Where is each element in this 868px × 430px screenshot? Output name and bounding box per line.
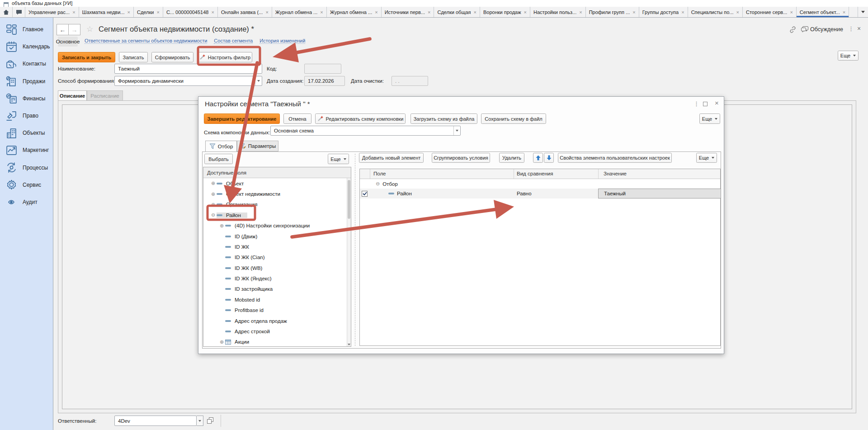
select-field-button[interactable]: Выбрать [204,154,233,164]
discussion-label[interactable]: Обсуждение [810,26,843,33]
responsible-input[interactable]: 4Dev [114,416,197,426]
tab-close-icon[interactable]: × [524,9,527,15]
app-tab[interactable]: Источники перв...× [382,7,434,17]
favorite-star-icon[interactable]: ☆ [86,24,93,34]
cancel-button[interactable]: Отмена [283,113,311,124]
tree-item[interactable]: ⊕Объект [203,178,347,189]
add-element-button[interactable]: Добавить новый элемент [359,153,424,163]
sidebar-item-servis[interactable]: Сервис [0,176,53,194]
sidebar-item-obekty[interactable]: Объекты [0,124,53,142]
tab-close-icon[interactable]: × [736,9,739,15]
code-input[interactable] [304,64,341,74]
close-form-icon[interactable]: × [857,25,861,32]
method-combobox[interactable]: Формировать динамически [114,76,262,86]
tab-close-icon[interactable]: × [579,9,582,15]
tree-item[interactable]: Адрес строкой [203,326,347,336]
back-button[interactable]: ← [57,24,69,35]
move-down-button[interactable] [544,153,554,163]
tree-item[interactable]: Profitbase id [203,305,347,316]
combo-dropdown-icon[interactable] [255,76,262,85]
app-tab[interactable]: Сделки общая× [434,7,480,17]
tree-item[interactable]: ID застройщика [203,284,347,294]
tree-scrollbar-thumb[interactable] [348,180,350,219]
condition-checkbox[interactable] [362,191,368,197]
expand-icon[interactable]: ⊕ [210,180,217,186]
condition-value-cell[interactable]: Таежный [598,189,721,198]
save-schema-button[interactable]: Сохранить схему в файл [481,113,546,124]
app-tab[interactable]: Шахматка недви...× [79,7,134,17]
collapse-icon[interactable]: ⊖ [376,181,380,187]
tab-parameters[interactable]: Параметры [237,141,278,151]
responsible-dropdown-icon[interactable] [197,416,203,426]
save-button[interactable]: Записать [119,52,148,62]
setup-filter-button[interactable]: Настроить фильтр [198,52,252,62]
app-tab[interactable]: Журнал обмена ...× [272,7,327,17]
tab-close-icon[interactable]: × [843,9,845,15]
tree-item[interactable]: ⊕(4D) Настройки синхронизации [203,221,347,231]
app-tab[interactable]: Сторонние серв...× [743,7,797,17]
load-schema-button[interactable]: Загрузить схему из файла [410,113,477,124]
sidebar-item-kalendar[interactable]: Календарь [0,38,53,55]
tree-item[interactable]: ⊕Объект недвижимости [203,189,347,199]
generate-button[interactable]: Сформировать [151,52,193,62]
tab-filter[interactable]: Отбор [205,141,237,151]
tab-close-icon[interactable]: × [211,9,214,15]
dialog-menu-icon[interactable]: ⋮ [693,100,699,107]
discussions-tab[interactable] [13,7,25,17]
sidebar-item-marketing[interactable]: Маркетинг [0,142,53,159]
tab-link-composition[interactable]: Состав сегмента [214,38,253,44]
tab-close-icon[interactable]: × [375,9,377,15]
tree-item[interactable]: ID ЖК (Яндекс) [203,273,347,284]
schema-combobox[interactable]: Основная схема [270,126,461,136]
tab-close-icon[interactable]: × [127,9,130,15]
collapse-icon[interactable]: ⊖ [210,212,217,218]
tree-scrollbar[interactable] [347,178,351,346]
expand-icon[interactable]: ⊕ [210,202,217,208]
link-icon[interactable] [789,26,797,35]
tab-close-icon[interactable]: × [632,9,635,15]
expand-icon[interactable]: ⊕ [218,339,225,345]
tab-link-responsible[interactable]: Ответственные за сегменты объектов недви… [85,38,207,44]
dialog-maximize-icon[interactable] [703,102,708,106]
app-tab[interactable]: Сделки× [134,7,163,17]
group-conditions-button[interactable]: Сгруппировать условия [432,153,490,163]
sidebar-item-prodazhi[interactable]: Продажи [0,73,53,90]
expand-icon[interactable]: ⊕ [210,191,217,197]
move-up-button[interactable] [533,153,543,163]
more-dots-icon[interactable]: ⋮ [848,25,854,32]
dialog-close-icon[interactable]: × [715,99,719,107]
tree-item[interactable]: ⊕Организация [203,199,347,210]
finish-editing-button[interactable]: Завершить редактирование [204,113,280,124]
sidebar-item-audit[interactable]: Аудит [0,194,53,211]
tab-close-icon[interactable]: × [156,9,159,15]
delete-button[interactable]: Удалить [499,153,524,163]
tree-item[interactable]: ⊖Район [203,210,347,220]
name-input[interactable]: Таежный [114,64,262,74]
tab-close-icon[interactable]: × [681,9,684,15]
home-tab[interactable] [0,7,13,17]
app-tab[interactable]: Воронки продаж× [480,7,530,17]
tree-item[interactable]: ID ЖК [203,241,347,252]
date-cleared-input[interactable]: . . [392,76,428,86]
form-more-button[interactable]: Еще [838,51,859,61]
tab-close-icon[interactable]: × [474,9,476,15]
date-created-input[interactable]: 17.02.2026 [304,76,345,86]
tab-osnovnoe[interactable]: Основное [58,37,78,47]
app-tab[interactable]: Онлайн заявка (...× [218,7,272,17]
expand-icon[interactable]: ⊕ [218,223,225,229]
app-tab[interactable]: Настройки польз...× [530,7,586,17]
tab-close-icon[interactable]: × [790,9,793,15]
tree-item[interactable]: ID ЖК (Cian) [203,252,347,263]
sidebar-item-protsessy[interactable]: Процессы [0,159,53,176]
tree-item[interactable]: Адрес отдела продаж [203,316,347,326]
tab-description[interactable]: Описание [58,90,87,101]
tree-item[interactable]: Mobsted id [203,294,347,305]
sidebar-item-kontakty[interactable]: Контакты [0,55,53,72]
tab-close-icon[interactable]: × [265,9,268,15]
app-tab[interactable]: Профили групп ...× [586,7,639,17]
element-properties-button[interactable]: Свойства элемента пользовательских настр… [558,153,672,163]
app-tab[interactable]: Группы доступа× [639,7,688,17]
filter-condition-row[interactable]: Район Равно Таежный [360,189,720,198]
tree-item[interactable]: ID (Движ) [203,231,347,241]
sidebar-item-pravo[interactable]: Право [0,107,53,124]
